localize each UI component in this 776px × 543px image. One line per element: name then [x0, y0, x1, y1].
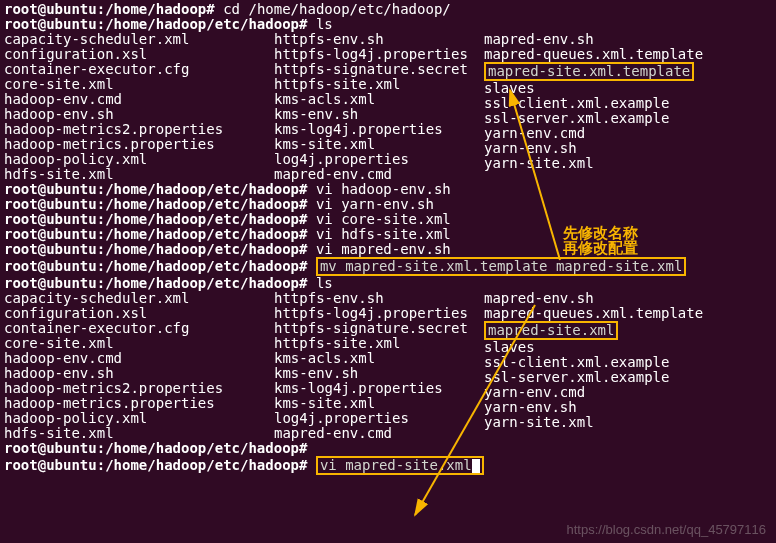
- file-item: mapred-queues.xml.template: [484, 306, 772, 321]
- highlighted-command-vi-mapred: vi mapred-site.xml: [316, 456, 484, 475]
- prompt-path: :/home/hadoop/etc/hadoop#: [97, 16, 308, 32]
- file-item: hadoop-metrics2.properties: [4, 381, 274, 396]
- file-item: configuration.xsl: [4, 47, 274, 62]
- prompt-user: root@ubuntu: [4, 1, 97, 17]
- ls-output-1: capacity-scheduler.xml configuration.xsl…: [4, 32, 772, 182]
- file-item: kms-log4j.properties: [274, 122, 484, 137]
- file-item: hadoop-metrics.properties: [4, 137, 274, 152]
- command-cd: cd /home/hadoop/etc/hadoop/: [223, 1, 451, 17]
- file-item: mapred-queues.xml.template: [484, 47, 772, 62]
- file-item: core-site.xml: [4, 336, 274, 351]
- file-item: kms-site.xml: [274, 137, 484, 152]
- file-item: ssl-client.xml.example: [484, 355, 772, 370]
- file-item: hdfs-site.xml: [4, 167, 274, 182]
- terminal-line: root@ubuntu:/home/hadoop/etc/hadoop# mv …: [4, 257, 772, 276]
- file-item: httpfs-env.sh: [274, 291, 484, 306]
- terminal-line: root@ubuntu:/home/hadoop/etc/hadoop#: [4, 441, 772, 456]
- file-item: kms-acls.xml: [274, 92, 484, 107]
- file-item: slaves: [484, 81, 772, 96]
- file-item: capacity-scheduler.xml: [4, 32, 274, 47]
- cursor-icon: [472, 459, 480, 473]
- file-item: mapred-env.cmd: [274, 426, 484, 441]
- terminal-line: root@ubuntu:/home/hadoop/etc/hadoop# vi …: [4, 197, 772, 212]
- file-item: ssl-server.xml.example: [484, 370, 772, 385]
- file-item: yarn-env.cmd: [484, 385, 772, 400]
- file-item: log4j.properties: [274, 152, 484, 167]
- command-ls: ls: [316, 16, 333, 32]
- terminal-line: root@ubuntu:/home/hadoop# cd /home/hadoo…: [4, 2, 772, 17]
- terminal-line: root@ubuntu:/home/hadoop/etc/hadoop# vi …: [4, 227, 772, 242]
- file-item: yarn-env.cmd: [484, 126, 772, 141]
- file-item: httpfs-env.sh: [274, 32, 484, 47]
- file-item: container-executor.cfg: [4, 321, 274, 336]
- file-item: hadoop-env.sh: [4, 107, 274, 122]
- file-item: mapred-env.cmd: [274, 167, 484, 182]
- file-item: hadoop-metrics2.properties: [4, 122, 274, 137]
- file-item: yarn-env.sh: [484, 400, 772, 415]
- file-item: ssl-server.xml.example: [484, 111, 772, 126]
- file-item: hadoop-env.sh: [4, 366, 274, 381]
- terminal-line: root@ubuntu:/home/hadoop/etc/hadoop# ls: [4, 276, 772, 291]
- file-item: hadoop-env.cmd: [4, 351, 274, 366]
- file-item: mapred-env.sh: [484, 291, 772, 306]
- annotation-text: 先修改名称 再修改配置: [563, 225, 638, 255]
- file-item: hdfs-site.xml: [4, 426, 274, 441]
- file-item: hadoop-policy.xml: [4, 411, 274, 426]
- file-item: mapred-env.sh: [484, 32, 772, 47]
- terminal-line: root@ubuntu:/home/hadoop/etc/hadoop# vi …: [4, 242, 772, 257]
- command-vi: vi hadoop-env.sh: [316, 181, 451, 197]
- file-item: httpfs-site.xml: [274, 336, 484, 351]
- file-item: yarn-site.xml: [484, 156, 772, 171]
- command-vi: vi mapred-env.sh: [316, 241, 451, 257]
- file-item: core-site.xml: [4, 77, 274, 92]
- terminal-line: root@ubuntu:/home/hadoop/etc/hadoop# ls: [4, 17, 772, 32]
- file-item: hadoop-env.cmd: [4, 92, 274, 107]
- command-vi: vi hdfs-site.xml: [316, 226, 451, 242]
- file-item: kms-site.xml: [274, 396, 484, 411]
- file-item: log4j.properties: [274, 411, 484, 426]
- terminal-line: root@ubuntu:/home/hadoop/etc/hadoop# vi …: [4, 182, 772, 197]
- highlighted-file: mapred-site.xml.template: [484, 62, 772, 81]
- file-item: configuration.xsl: [4, 306, 274, 321]
- highlighted-file: mapred-site.xml: [484, 321, 772, 340]
- file-item: httpfs-site.xml: [274, 77, 484, 92]
- file-item: httpfs-signature.secret: [274, 321, 484, 336]
- file-item: kms-env.sh: [274, 366, 484, 381]
- terminal-line: root@ubuntu:/home/hadoop/etc/hadoop# vi …: [4, 212, 772, 227]
- file-item: ssl-client.xml.example: [484, 96, 772, 111]
- watermark-text: https://blog.csdn.net/qq_45797116: [567, 522, 767, 537]
- command-ls: ls: [316, 275, 333, 291]
- file-item: httpfs-log4j.properties: [274, 47, 484, 62]
- file-item: hadoop-policy.xml: [4, 152, 274, 167]
- file-item: yarn-site.xml: [484, 415, 772, 430]
- file-item: kms-env.sh: [274, 107, 484, 122]
- file-item: yarn-env.sh: [484, 141, 772, 156]
- file-item: container-executor.cfg: [4, 62, 274, 77]
- command-vi: vi core-site.xml: [316, 211, 451, 227]
- file-item: httpfs-signature.secret: [274, 62, 484, 77]
- file-item: hadoop-metrics.properties: [4, 396, 274, 411]
- prompt-user: root@ubuntu: [4, 16, 97, 32]
- highlighted-command-mv: mv mapred-site.xml.template mapred-site.…: [316, 257, 686, 276]
- file-item: kms-log4j.properties: [274, 381, 484, 396]
- file-item: httpfs-log4j.properties: [274, 306, 484, 321]
- prompt-path: :/home/hadoop#: [97, 1, 215, 17]
- ls-output-2: capacity-scheduler.xml configuration.xsl…: [4, 291, 772, 441]
- file-item: capacity-scheduler.xml: [4, 291, 274, 306]
- terminal-line-current[interactable]: root@ubuntu:/home/hadoop/etc/hadoop# vi …: [4, 456, 772, 475]
- file-item: slaves: [484, 340, 772, 355]
- file-item: kms-acls.xml: [274, 351, 484, 366]
- command-vi: vi yarn-env.sh: [316, 196, 434, 212]
